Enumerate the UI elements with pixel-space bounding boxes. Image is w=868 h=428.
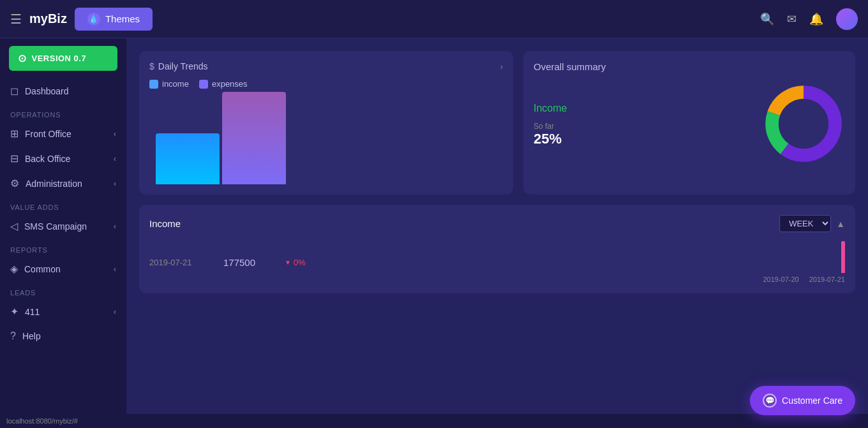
trend-indicator: ▼ 0% — [285, 258, 306, 267]
donut-chart — [762, 82, 845, 168]
income-dot — [149, 80, 158, 89]
section-value-adds: VALUE ADDS — [0, 196, 126, 214]
themes-button[interactable]: 💧 Themes — [75, 8, 153, 31]
income-label: income — [162, 79, 189, 89]
daily-trends-card: $ Daily Trends › income expenses — [139, 51, 513, 195]
sidebar-item-label: Back Office — [25, 154, 70, 164]
sidebar-item-front-office[interactable]: ⊞ Front Office ‹ — [0, 121, 126, 146]
mini-date-to: 2019-07-21 — [809, 276, 845, 283]
mini-bar — [841, 241, 845, 273]
income-header: Income WEEK ▲ — [149, 215, 845, 232]
daily-trends-title: Daily Trends — [158, 61, 208, 71]
sidebar-item-help[interactable]: ? Help — [0, 324, 126, 348]
mini-chart — [841, 241, 845, 273]
version-label: VERSION 0.7 — [32, 54, 87, 63]
sms-icon: ◁ — [10, 220, 18, 232]
section-operations: OPERATIONS — [0, 103, 126, 121]
trend-percent: 0% — [294, 258, 306, 267]
income-controls: WEEK ▲ — [779, 215, 845, 232]
income-amount: 177500 — [223, 257, 274, 268]
income-data-row: 2019-07-21 177500 ▼ 0% 2019-07-20 2019-0… — [149, 241, 845, 283]
expense-bar — [222, 92, 286, 184]
themes-drop-icon: 💧 — [87, 13, 100, 26]
mail-icon[interactable]: ✉ — [787, 12, 797, 26]
bar-group-1 — [156, 92, 286, 184]
customer-care-icon: 💬 — [763, 394, 777, 408]
back-office-icon: ⊟ — [10, 152, 19, 165]
sidebar: ⊙ VERSION 0.7 ◻ Dashboard OPERATIONS ⊞ F… — [0, 38, 126, 414]
topbar-left: ☰ myBiz 💧 Themes — [10, 8, 760, 31]
sidebar-item-label: Dashboard — [25, 86, 69, 96]
summary-text: Income So far 25% — [534, 103, 567, 147]
summary-title: Overall summary — [534, 61, 845, 72]
income-bar — [156, 133, 220, 184]
donut-svg — [762, 82, 845, 165]
mini-chart-wrap: 2019-07-20 2019-07-21 — [763, 241, 845, 283]
admin-icon: ⚙ — [10, 177, 19, 189]
sidebar-item-label: Front Office — [25, 129, 71, 139]
statusbar: localhost:8080/mybiz/# — [0, 414, 868, 428]
topbar-right: 🔍 ✉ 🔔 — [760, 8, 858, 30]
chevron-left-icon: ‹ — [114, 307, 116, 316]
sidebar-item-sms-campaign[interactable]: ◁ SMS Campaign ‹ — [0, 214, 126, 239]
sidebar-item-label: Administration — [26, 179, 82, 189]
income-section: Income WEEK ▲ 2019-07-21 177500 ▼ 0% — [139, 205, 855, 293]
legend-expenses: expenses — [199, 79, 248, 89]
income-label: Income — [534, 103, 567, 114]
sidebar-item-common[interactable]: ◈ Common ‹ — [0, 256, 126, 281]
main-content: $ Daily Trends › income expenses — [126, 38, 868, 414]
sidebar-item-back-office[interactable]: ⊟ Back Office ‹ — [0, 146, 126, 171]
search-icon[interactable]: 🔍 — [760, 12, 774, 26]
help-icon: ? — [10, 330, 16, 342]
sidebar-item-label: SMS Campaign — [24, 221, 87, 232]
expenses-label: expenses — [212, 79, 248, 89]
chevron-left-icon: ‹ — [114, 129, 116, 138]
collapse-icon[interactable]: ▲ — [836, 219, 845, 229]
mini-date-from: 2019-07-20 — [763, 276, 798, 283]
main-layout: ⊙ VERSION 0.7 ◻ Dashboard OPERATIONS ⊞ F… — [0, 38, 868, 414]
card-header: $ Daily Trends › — [149, 61, 503, 71]
top-cards: $ Daily Trends › income expenses — [139, 51, 855, 195]
percent-value: 25% — [534, 131, 567, 147]
legend-income: income — [149, 79, 189, 89]
status-url: localhost:8080/mybiz/# — [6, 417, 78, 425]
trend-down-icon: ▼ — [285, 259, 291, 266]
mini-chart-dates: 2019-07-20 2019-07-21 — [763, 276, 845, 283]
chevron-left-icon: ‹ — [114, 154, 116, 163]
customer-care-button[interactable]: 💬 Customer Care — [750, 386, 855, 415]
income-date: 2019-07-21 — [149, 258, 213, 267]
front-office-icon: ⊞ — [10, 128, 19, 140]
sidebar-item-411[interactable]: ✦ 411 ‹ — [0, 299, 126, 324]
app-logo: myBiz — [29, 11, 67, 26]
hamburger-icon[interactable]: ☰ — [10, 11, 22, 27]
avatar[interactable] — [836, 8, 858, 30]
chevron-left-icon: ‹ — [114, 222, 116, 231]
customer-care-label: Customer Care — [782, 395, 842, 406]
dashboard-icon: ◻ — [10, 85, 19, 97]
sidebar-item-administration[interactable]: ⚙ Administration ‹ — [0, 171, 126, 196]
topbar: ☰ myBiz 💧 Themes 🔍 ✉ 🔔 — [0, 0, 868, 38]
bell-icon[interactable]: 🔔 — [809, 12, 823, 26]
chevron-left-icon: ‹ — [114, 179, 116, 188]
bar-chart — [149, 95, 503, 184]
dollar-icon: $ — [149, 61, 154, 71]
sidebar-item-label: 411 — [25, 307, 40, 317]
section-leads: LEADS — [0, 281, 126, 299]
expenses-dot — [199, 80, 208, 89]
svg-point-3 — [779, 99, 828, 149]
week-selector[interactable]: WEEK — [779, 215, 831, 232]
summary-body: Income So far 25% — [534, 82, 845, 168]
themes-label: Themes — [105, 13, 140, 24]
leads-icon: ✦ — [10, 306, 19, 318]
card-title: $ Daily Trends — [149, 61, 208, 71]
common-icon: ◈ — [10, 263, 18, 275]
sidebar-item-dashboard[interactable]: ◻ Dashboard — [0, 78, 126, 103]
income-section-title: Income — [149, 218, 181, 229]
sidebar-item-label: Help — [22, 331, 41, 341]
version-button[interactable]: ⊙ VERSION 0.7 — [9, 46, 117, 71]
chart-legend: income expenses — [149, 79, 503, 89]
sidebar-item-label: Common — [24, 264, 61, 274]
card-expand-icon[interactable]: › — [500, 62, 503, 71]
chevron-left-icon: ‹ — [114, 265, 116, 274]
section-reports: REPORTS — [0, 239, 126, 256]
